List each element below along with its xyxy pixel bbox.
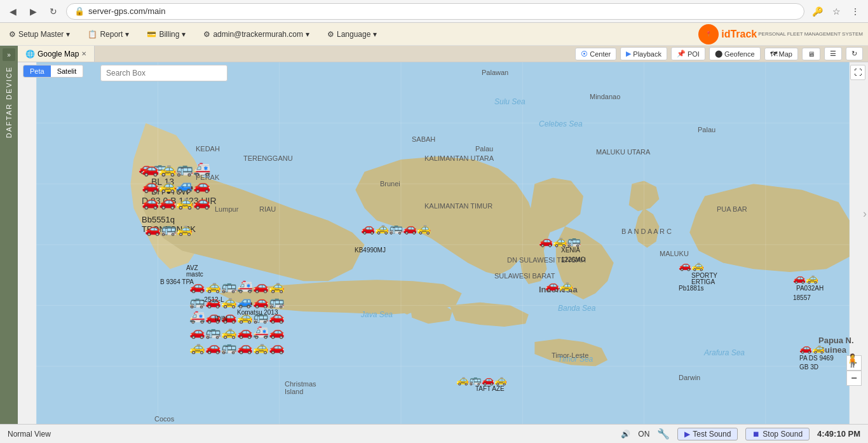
label-png: Papua N.Guinea (818, 336, 854, 355)
key-icon[interactable]: 🔑 (810, 4, 825, 19)
tab-bar: 🌐 Google Map ✕ ⦿ Center ▶ Playback 📌 POI (18, 46, 868, 62)
map-type-button[interactable]: 🗺 Map (764, 48, 798, 60)
satelit-button[interactable]: Satelit (51, 65, 83, 77)
menu-button[interactable]: ⋮ (848, 4, 863, 19)
label-banda-arc: B A N D A A R C (621, 228, 672, 235)
language-menu[interactable]: ⚙ Language ▾ (323, 27, 381, 41)
sidebar-label: DAFTAR DEVICE (5, 66, 13, 138)
label-celebes-sea: Celebes Sea (539, 119, 583, 128)
center-label: Center (590, 50, 611, 58)
billing-menu[interactable]: 💳 Billing ▾ (143, 27, 189, 41)
playback-button[interactable]: ▶ Playback (620, 47, 667, 60)
main-area: » DAFTAR DEVICE 🌐 Google Map ✕ ⦿ Center … (0, 46, 868, 424)
vehicle-label-taft: TAFT AZE (475, 385, 505, 392)
vehicle-cluster-2: 🚗🚌🚕 (145, 221, 193, 236)
vehicle-label-b9364: B 9364 TPA (160, 278, 194, 285)
scroll-indicator[interactable]: › (863, 207, 867, 221)
vehicle-label-tronton: TRONTON BK (142, 224, 196, 234)
map-label: Map (779, 50, 792, 58)
reload-icon: ↻ (851, 50, 857, 58)
normal-view-label: Normal View (8, 430, 51, 439)
label-sul-barat: SULAWESI BARAT (494, 272, 555, 280)
billing-arrow: ▾ (182, 30, 186, 39)
geofence-label: Geofence (724, 50, 755, 58)
center-button[interactable]: ⦿ Center (575, 48, 616, 60)
vehicle-cluster-timor: 🚗🚕 (482, 374, 507, 386)
label-sulu-sea: Sulu Sea (494, 97, 526, 106)
map-view[interactable]: Thailand Palawan Sulu Sea Mindanao Palau… (18, 62, 868, 424)
label-perak: PERAK (196, 174, 219, 181)
playback-label: Playback (633, 50, 661, 58)
geofence-button[interactable]: ⬤ Geofence (709, 47, 761, 60)
billing-icon: 💳 (147, 30, 156, 39)
bookmark-icon[interactable]: ☆ (829, 4, 844, 19)
report-arrow: ▾ (125, 30, 129, 39)
label-brunei: Brunei (380, 180, 400, 187)
peta-button[interactable]: Peta (24, 65, 51, 77)
map-type-selector: Peta Satelit (23, 65, 83, 78)
sidebar-toggle[interactable]: » (3, 48, 15, 61)
vehicle-label-sporty: SPORTY (691, 272, 717, 279)
setup-master-menu[interactable]: ⚙ Setup Master ▾ (5, 27, 74, 41)
setup-master-arrow: ▾ (66, 30, 70, 39)
back-button[interactable]: ◀ (5, 4, 20, 19)
vehicle-label-komatsu: Komatsu 2013 (237, 309, 278, 316)
list-icon: ☰ (830, 50, 836, 58)
setup-master-label: Setup Master (18, 30, 64, 39)
label-riau: RIAU (259, 205, 276, 213)
vehicle-label-mastc: mastc (186, 271, 203, 278)
search-input[interactable] (100, 65, 227, 81)
sound-icon: 🔊 (621, 430, 630, 439)
user-arrow: ▾ (306, 30, 309, 39)
label-kal-utara: KALIMANTAN UTARA (424, 154, 494, 162)
wrench-icon: 🔧 (657, 428, 670, 440)
logo-tagline: PERSONAL FLEET MANAGEMENT SYSTEM (758, 31, 863, 37)
setup-master-icon: ⚙ (9, 30, 16, 39)
tab-icon: 🌐 (25, 50, 35, 58)
label-timor-sea: Timor Sea (558, 355, 593, 364)
vehicle-label-2: BH ●70W (151, 186, 190, 196)
browser-icon-group: 🔑 ☆ ⋮ (810, 4, 863, 19)
google-map-tab[interactable]: 🌐 Google Map ✕ (18, 46, 95, 62)
report-menu[interactable]: 📋 Report ▾ (84, 27, 133, 41)
language-label: Language (337, 30, 370, 39)
tab-close-button[interactable]: ✕ (81, 50, 86, 57)
vehicle-cluster-kal: 🚗🚕🚌🚗🚕 (361, 221, 431, 235)
user-label: admin@trackermurah.com (213, 30, 303, 39)
zoom-out-button[interactable]: − (846, 371, 862, 386)
monitor-button[interactable]: 🖥 (802, 48, 820, 60)
vehicle-label-bb: Bb5551q (142, 215, 175, 224)
user-menu[interactable]: ⚙ admin@trackermurah.com ▾ (200, 27, 313, 41)
playback-icon: ▶ (626, 50, 631, 58)
label-kl: Lumpur (215, 205, 238, 213)
poi-label: POI (688, 50, 700, 58)
label-papua-barat: PUA BAR (717, 205, 747, 213)
pegman-button[interactable]: 🧍 (844, 353, 860, 368)
refresh-button[interactable]: ↻ (46, 4, 61, 19)
list-button[interactable]: ☰ (824, 47, 842, 60)
test-sound-button[interactable]: ▶ Test Sound (677, 428, 738, 440)
label-maluku: MALUKU (660, 250, 689, 257)
vehicle-label-kb: KB4990MJ (355, 247, 386, 254)
forward-button[interactable]: ▶ (25, 4, 41, 19)
label-arafura: Arafura Sea (704, 348, 745, 357)
monitor-icon: 🖥 (808, 50, 815, 58)
vehicle-label-pb1881: Pb1881s (679, 285, 703, 292)
logo: 📍 idTrack PERSONAL FLEET MANAGEMENT SYST… (698, 24, 863, 44)
fullscreen-button[interactable]: ⛶ (850, 65, 865, 80)
app-toolbar: ⚙ Setup Master ▾ 📋 Report ▾ 💳 Billing ▾ … (0, 23, 868, 46)
report-icon: 📋 (88, 30, 97, 39)
url-text: server-gps.com/main (88, 6, 165, 16)
stop-sound-button[interactable]: ⏹ Stop Sound (745, 428, 810, 440)
reload-map-button[interactable]: ↻ (846, 47, 863, 60)
label-mindanao: Mindanao (590, 93, 620, 100)
vehicle-label-18557: 18557 (793, 294, 811, 301)
poi-button[interactable]: 📌 POI (671, 47, 705, 60)
vehicle-label-pa032: PA032AH (796, 285, 824, 292)
label-maluku-utara: MALUKU UTARA (596, 148, 650, 156)
sound-status: ON (638, 430, 649, 439)
vehicle-cluster-flores: 🚕🚌 (456, 374, 482, 386)
address-bar[interactable]: 🔒 server-gps.com/main (66, 3, 804, 20)
label-cocos: Cocos(Keeling)Islands (154, 415, 182, 424)
map-container[interactable]: 🌐 Google Map ✕ ⦿ Center ▶ Playback 📌 POI (18, 46, 868, 424)
